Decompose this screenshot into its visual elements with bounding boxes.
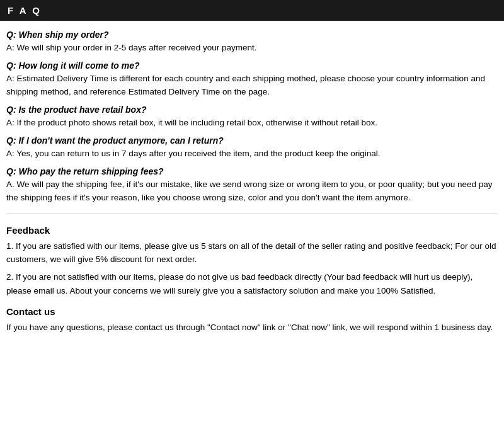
faq-section: Q: When ship my order? A: We will ship y… [6, 30, 498, 204]
question-2: Q: How long it will come to me? [6, 60, 498, 71]
feedback-section: Feedback 1. If you are satisfied with ou… [6, 213, 498, 297]
contact-section: Contact us If you have any questions, pl… [6, 306, 498, 335]
feedback-point-1: 1. If you are satisfied with our items, … [6, 239, 498, 266]
question-5: Q: Who pay the return shipping fees? [6, 166, 498, 176]
feedback-body: 1. If you are satisfied with our items, … [6, 239, 498, 297]
question-3: Q: Is the product have retail box? [6, 105, 498, 115]
answer-1: A: We will ship your order in 2-5 days a… [6, 42, 498, 54]
faq-item-2: Q: How long it will come to me? A: Estim… [6, 60, 498, 98]
contact-title: Contact us [6, 306, 498, 317]
answer-5: A. We will pay the shipping fee, if it's… [6, 178, 498, 204]
contact-body: If you have any questions, please contac… [6, 321, 498, 335]
answer-3: A: If the product photo shows retail box… [6, 117, 498, 129]
faq-item-1: Q: When ship my order? A: We will ship y… [6, 30, 498, 54]
divider-1 [6, 213, 498, 214]
faq-title: F A Q [8, 5, 42, 16]
feedback-point-2: 2. If you are not satisfied with our ite… [6, 270, 498, 297]
faq-item-4: Q: If I don't want the product anymore, … [6, 135, 498, 160]
feedback-title: Feedback [6, 225, 498, 236]
faq-header: F A Q [0, 0, 504, 21]
question-1: Q: When ship my order? [6, 30, 498, 40]
answer-2: A: Estimated Delivery Time is different … [6, 72, 498, 98]
question-4: Q: If I don't want the product anymore, … [6, 135, 498, 146]
faq-item-3: Q: Is the product have retail box? A: If… [6, 105, 498, 129]
answer-4: A: Yes, you can return to us in 7 days a… [6, 147, 498, 160]
faq-item-5: Q: Who pay the return shipping fees? A. … [6, 166, 498, 204]
